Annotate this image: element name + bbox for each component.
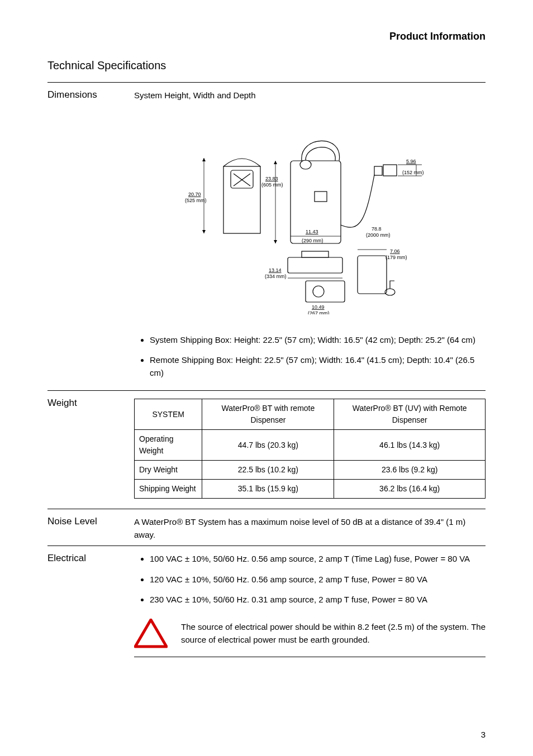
- electrical-label: Electrical: [47, 553, 134, 657]
- dim-w-foot-mm: (334 mm): [265, 274, 287, 279]
- warning-icon: [134, 619, 168, 649]
- svg-rect-20: [383, 165, 397, 176]
- dim-h-back-in: 23.83: [265, 176, 278, 181]
- dim-cord-in: 78.8: [372, 226, 382, 232]
- dimensions-bullet: System Shipping Box: Height: 22.5" (57 c…: [150, 334, 486, 347]
- svg-marker-6: [202, 230, 206, 233]
- dim-remote-mm: (152 mm): [402, 170, 424, 175]
- dim-d-foot-in: 10.49: [312, 304, 325, 310]
- noise-text: A WaterPro® BT System has a maximum nois…: [134, 516, 486, 541]
- dim-remote-in: 5.96: [406, 159, 416, 164]
- svg-point-8: [300, 160, 311, 169]
- dim-h-main-in: 20.70: [188, 192, 201, 197]
- svg-rect-19: [374, 166, 382, 175]
- page-header: Product Information: [47, 31, 486, 42]
- table-row: Dry Weight 22.5 lbs (10.2 kg) 23.6 lbs (…: [135, 461, 486, 480]
- page-number: 3: [481, 730, 486, 739]
- svg-rect-9: [315, 192, 327, 202]
- svg-rect-15: [302, 251, 329, 257]
- dim-d-foot-mm: (267 mm): [308, 310, 330, 314]
- svg-marker-11: [274, 161, 277, 164]
- noise-label: Noise Level: [47, 516, 134, 541]
- svg-marker-12: [274, 240, 277, 243]
- dimensions-label: Dimensions: [47, 89, 134, 387]
- weight-label: Weight: [47, 398, 134, 499]
- svg-marker-27: [135, 620, 166, 647]
- electrical-bullet: 230 VAC ± 10%, 50/60 Hz. 0.31 amp source…: [150, 594, 486, 606]
- electrical-bullet: 120 VAC ± 10%, 50/60 Hz. 0.56 amp source…: [150, 573, 486, 586]
- dim-w-foot-in: 13.14: [269, 267, 282, 273]
- dim-disp-mm: (179 mm): [386, 255, 407, 260]
- dim-w-body-mm: (290 mm): [302, 238, 323, 243]
- page-title: Technical Specifications: [47, 59, 486, 72]
- dimensions-subtitle: System Height, Width and Depth: [134, 89, 486, 102]
- weight-col-bt-uv: WaterPro® BT (UV) with Remote Dispenser: [334, 399, 486, 430]
- dimensions-bullet: Remote Shipping Box: Height: 22.5" (57 c…: [150, 354, 486, 379]
- weight-table: SYSTEM WaterPro® BT with remote Dispense…: [134, 399, 486, 499]
- section-noise: Noise Level A WaterPro® BT System has a …: [47, 509, 486, 541]
- svg-rect-14: [288, 257, 342, 273]
- svg-rect-24: [358, 256, 387, 294]
- svg-marker-5: [202, 158, 206, 161]
- svg-rect-17: [306, 281, 345, 302]
- weight-col-bt: WaterPro® BT with remote Dispenser: [202, 399, 334, 430]
- table-row: Operating Weight 44.7 lbs (20.3 kg) 46.1…: [135, 430, 486, 461]
- table-row: Shipping Weight 35.1 lbs (15.9 kg) 36.2 …: [135, 480, 486, 499]
- section-dimensions: Dimensions System Height, Width and Dept…: [47, 82, 486, 387]
- section-weight: Weight SYSTEM WaterPro® BT with remote D…: [47, 390, 486, 499]
- dim-disp-in: 7.06: [390, 248, 400, 254]
- dim-w-body-in: 11.43: [306, 229, 318, 235]
- dim-h-back-mm: (605 mm): [261, 182, 283, 188]
- dim-cord-mm: (2000 mm): [366, 232, 391, 238]
- dimensions-diagram: 20.70 (525 mm) 23.83 (605 mm) 11.43 (290…: [134, 113, 486, 314]
- weight-col-system: SYSTEM: [135, 399, 202, 430]
- dim-h-main-mm: (525 mm): [185, 198, 207, 203]
- electrical-bullet: 100 VAC ± 10%, 50/60 Hz. 0.56 amp source…: [150, 553, 486, 566]
- electrical-warning-text: The source of electrical power should be…: [181, 621, 486, 646]
- section-electrical: Electrical 100 VAC ± 10%, 50/60 Hz. 0.56…: [47, 546, 486, 657]
